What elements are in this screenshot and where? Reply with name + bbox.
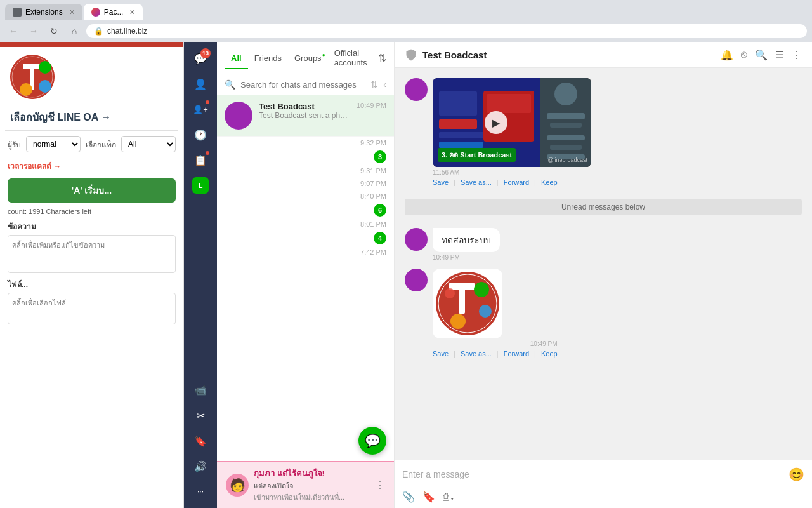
file-label: ไฟล์... (0, 274, 183, 291)
video-container[interactable]: ▶ 3. คด Start Broadcast @linebroadcast (433, 78, 591, 167)
sidebar-item-crop[interactable]: ✂ (189, 404, 212, 427)
url-bar[interactable]: 🔒 chat.line.biz (86, 24, 807, 38)
left-panel-header (0, 42, 183, 47)
sidebar-item-notes[interactable]: 📋 (189, 149, 212, 171)
new-chat-button[interactable]: 💬 (358, 427, 386, 455)
logo-circle (10, 55, 55, 99)
notification-banner: 🧑 กุมภา แต่ไร้คนภูใจ! แต่ลองเปิดใจ เข้าม… (217, 461, 394, 508)
chat-info-test-boadcast: Test Boadcast Test Boadcast sent a photo… (259, 102, 350, 120)
contacts-icon: 👤 (194, 78, 207, 90)
tab-groups[interactable]: Groups ● (288, 47, 328, 69)
sidebar-item-contacts[interactable]: 👤 (189, 72, 212, 95)
tab-pack-close[interactable]: ✕ (129, 8, 135, 17)
sidebar-item-line[interactable]: L (189, 174, 212, 197)
chat-header-title: Test Boadcast (422, 50, 716, 60)
sidebar-item-volume[interactable]: 🔊 (189, 455, 212, 478)
tab-pack[interactable]: Pac... ✕ (84, 4, 143, 20)
svg-rect-16 (547, 135, 585, 140)
tl-logo-svg (10, 55, 55, 99)
address-bar: ← → ↻ ⌂ 🔒 chat.line.biz (0, 20, 812, 42)
forward-button-video[interactable]: Forward (504, 178, 529, 186)
chat-header-actions: 🔔 ⎋ 🔍 ☰ ⋮ (721, 49, 802, 61)
tab-friends[interactable]: Friends (248, 47, 288, 69)
forward-button-image[interactable]: Forward (504, 350, 529, 358)
message-row-image: 10:49 PM Save | Save as... | Forward | K… (405, 269, 802, 358)
svg-rect-7 (439, 119, 477, 129)
save-as-button-image[interactable]: Save as... (461, 350, 492, 358)
search-input[interactable] (240, 80, 365, 90)
notification-body: เข้ามาหาเพื่อนใหม่เดียวกันที่... (254, 491, 370, 503)
video-frame-right (540, 78, 591, 167)
msg-image (433, 269, 502, 338)
video-thumb-svg (540, 78, 591, 167)
browser-chrome: Extensions ✕ Pac... ✕ ← → ↻ ⌂ 🔒 chat.lin… (0, 0, 812, 42)
msg-time-video: 11:56 AM (433, 169, 459, 176)
sidebar-item-add-video[interactable]: 📹 (189, 378, 212, 401)
chat-meta-test-boadcast: 10:49 PM (357, 102, 386, 109)
home-button[interactable]: ⌂ (66, 23, 82, 39)
sidebar-item-history[interactable]: 🕐 (189, 123, 212, 146)
msg-actions-video: Save | Save as... | Forward | Keep (433, 178, 591, 186)
chat-main: Test Boadcast 🔔 ⎋ 🔍 ☰ ⋮ (395, 42, 812, 508)
back-button[interactable]: ← (5, 23, 22, 39)
list-icon[interactable]: ☰ (775, 49, 784, 61)
filter-chats-icon[interactable]: ⇅ (378, 52, 386, 64)
svg-point-25 (450, 314, 466, 329)
icon-sidebar: 💬 13 👤 👤+ 🕐 📋 L 📹 (184, 42, 217, 508)
sort-icon[interactable]: ⇅ (370, 79, 378, 90)
input-row: 😊 (395, 460, 812, 488)
chat-header: Test Boadcast 🔔 ⎋ 🔍 ☰ ⋮ (395, 42, 812, 68)
search-icon: 🔍 (225, 79, 235, 90)
play-button[interactable]: ▶ (485, 111, 508, 134)
collapse-icon[interactable]: ‹ (383, 79, 386, 90)
sep5: | (497, 350, 499, 358)
msg-bubble-text-container: ทดสอบระบบ 10:49 PM (433, 228, 500, 261)
sidebar-item-more[interactable]: ··· (189, 480, 212, 503)
attach-button[interactable]: 📎 (402, 491, 415, 503)
save-as-button-video[interactable]: Save as... (461, 178, 492, 186)
msg-avatar-1 (405, 78, 428, 101)
search-chat-icon[interactable]: 🔍 (755, 49, 768, 61)
svg-rect-9 (439, 142, 483, 148)
notification-close-button[interactable]: ⋮ (375, 479, 385, 491)
svg-rect-15 (550, 123, 582, 128)
keep-button-image[interactable]: Keep (541, 350, 558, 358)
more-chat-icon[interactable]: ⋮ (792, 49, 802, 61)
time-sep-907: 9:07 PM (217, 177, 394, 190)
tag-select[interactable]: All (121, 136, 176, 152)
reload-button[interactable]: ↻ (46, 23, 62, 39)
save-button-video[interactable]: Save (433, 178, 449, 186)
tab-extensions[interactable]: Extensions ✕ (5, 4, 82, 20)
share-icon[interactable]: ⎋ (741, 49, 747, 60)
message-textarea[interactable] (8, 235, 176, 273)
chat-item-test-boadcast[interactable]: Test Boadcast Test Boadcast sent a photo… (217, 95, 394, 137)
mute-icon[interactable]: 🔔 (721, 49, 733, 61)
file-textarea[interactable] (8, 293, 176, 324)
tab-official[interactable]: Official accounts (328, 42, 378, 74)
tab-extensions-close[interactable]: ✕ (69, 8, 75, 17)
messages-area: ▶ 3. คด Start Broadcast @linebroadcast 1… (395, 68, 812, 460)
message-input[interactable] (402, 465, 783, 483)
chat-list: Test Boadcast Test Boadcast sent a photo… (217, 95, 394, 429)
pack-tab-icon (91, 8, 100, 17)
svg-rect-6 (439, 91, 477, 116)
unread-badge-3: 3 (374, 150, 386, 163)
add-friend-dot (206, 100, 209, 104)
oa-link[interactable]: เลือกบัญชี LINE OA → (0, 107, 183, 130)
sidebar-item-bookmark[interactable]: 🔖 (189, 429, 212, 452)
save-button-image[interactable]: Save (433, 350, 449, 358)
forward-button[interactable]: → (25, 23, 42, 39)
sidebar-item-add-friend[interactable]: 👤+ (189, 98, 212, 121)
start-button[interactable]: 'A' เริ่มบ... (8, 178, 176, 203)
msg-time-image: 10:49 PM (433, 340, 558, 347)
recipient-select[interactable]: normal all (26, 136, 81, 152)
tab-all[interactable]: All (225, 47, 248, 69)
line-container: 💬 13 👤 👤+ 🕐 📋 L 📹 (184, 42, 812, 508)
msg-text-content: ทดสอบระบบ (442, 235, 491, 245)
sidebar-item-chat[interactable]: 💬 13 (189, 47, 212, 70)
bookmark-msg-button[interactable]: 🔖 (422, 491, 435, 503)
screen-share-button[interactable]: ⎙▾ (443, 491, 455, 503)
unread-badge-6: 6 (374, 204, 386, 217)
keep-button-video[interactable]: Keep (541, 178, 558, 186)
emoji-button[interactable]: 😊 (789, 467, 804, 482)
